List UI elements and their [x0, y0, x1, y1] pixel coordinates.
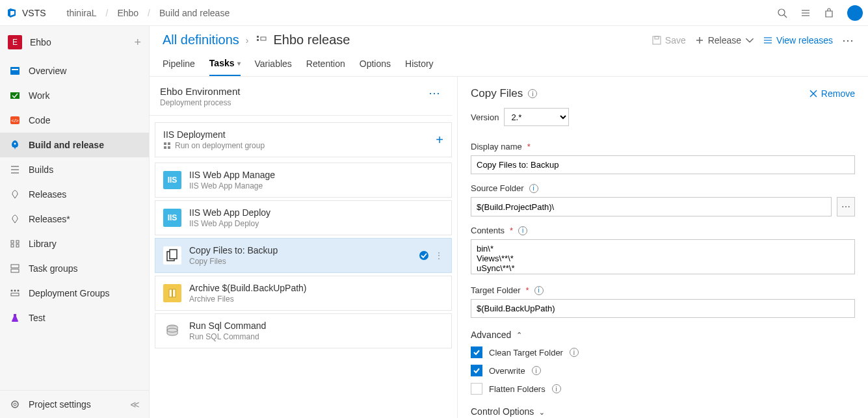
overview-icon	[9, 65, 21, 77]
overwrite-checkbox[interactable]	[471, 365, 482, 376]
svg-rect-30	[653, 36, 661, 44]
list-icon[interactable]	[800, 8, 811, 18]
project-settings[interactable]: Project settings ≪	[0, 391, 149, 418]
library-icon	[9, 238, 21, 250]
task-item[interactable]: Run Sql Command Run SQL Command	[155, 313, 452, 348]
search-icon[interactable]	[777, 8, 787, 18]
svg-rect-27	[257, 36, 259, 38]
sidebar-item-overview[interactable]: Overview	[0, 59, 149, 83]
sidebar-item-work[interactable]: Work	[0, 83, 149, 108]
tab-variables[interactable]: Variables	[255, 58, 292, 76]
svg-rect-29	[261, 37, 266, 40]
sidebar-item-build-release[interactable]: Build and release	[0, 133, 149, 157]
sidebar-item-test[interactable]: Test	[0, 306, 149, 330]
sidebar-item-label: Task groups	[29, 263, 77, 274]
task-item-selected[interactable]: Copy Files to: Backup Copy Files ⋮	[155, 238, 452, 273]
breadcrumb-item[interactable]: Build and release	[159, 8, 230, 18]
contents-textarea[interactable]: bin\* Views\**\* uSync\**\*	[471, 239, 855, 274]
chevron-down-icon: ▾	[237, 60, 241, 67]
browse-button[interactable]: ⋯	[837, 197, 855, 216]
environment-header[interactable]: Ehbo Environment Deployment process ⋯	[150, 77, 452, 116]
vsts-logo-icon	[7, 8, 17, 18]
group-icon	[163, 142, 171, 150]
drag-handle-icon[interactable]: ⋮	[434, 250, 443, 261]
svg-text:</>: </>	[11, 118, 19, 124]
tab-retention[interactable]: Retention	[306, 58, 345, 76]
control-options-section-toggle[interactable]: Control Options ⌃	[471, 406, 855, 417]
version-select[interactable]: 2.*	[504, 108, 569, 126]
add-project-button[interactable]: +	[134, 36, 141, 49]
user-avatar[interactable]	[847, 5, 863, 21]
project-header[interactable]: E Ehbo +	[0, 26, 149, 59]
rocket-small-icon	[9, 213, 21, 225]
svg-rect-37	[164, 142, 166, 145]
svg-point-25	[12, 401, 18, 408]
tab-tasks[interactable]: Tasks▾	[209, 58, 241, 76]
tab-pipeline[interactable]: Pipeline	[163, 58, 195, 76]
svg-rect-8	[10, 92, 20, 99]
environment-title: Ehbo Environment	[160, 86, 240, 97]
svg-point-43	[419, 251, 428, 260]
svg-rect-42	[170, 250, 177, 259]
sidebar-item-deployment-groups[interactable]: Deployment Groups	[0, 281, 149, 306]
breadcrumb-item[interactable]: thiniraL	[67, 8, 97, 18]
info-icon[interactable]: i	[570, 348, 579, 357]
phase-card[interactable]: IIS Deployment Run on deployment group +	[155, 122, 452, 157]
clean-target-checkbox[interactable]	[471, 346, 482, 358]
svg-rect-18	[16, 244, 19, 247]
copy-files-icon	[163, 246, 181, 265]
bag-icon[interactable]	[824, 8, 834, 18]
more-options-button[interactable]: ⋯	[842, 33, 855, 47]
info-icon[interactable]: i	[529, 184, 538, 193]
task-groups-icon	[9, 263, 21, 274]
sidebar-item-label: Code	[29, 115, 50, 125]
sidebar-item-releases[interactable]: Releases	[0, 182, 149, 207]
info-icon[interactable]: i	[534, 286, 544, 295]
environment-more-button[interactable]: ⋯	[428, 86, 441, 100]
all-definitions-link[interactable]: All definitions	[163, 33, 239, 47]
sidebar-item-releases-star[interactable]: Releases*	[0, 207, 149, 231]
target-folder-input[interactable]	[471, 299, 855, 318]
advanced-section-toggle[interactable]: Advanced ⌃	[471, 330, 855, 340]
tab-options[interactable]: Options	[360, 58, 391, 76]
save-button[interactable]: Save	[652, 35, 686, 46]
sidebar-item-builds[interactable]: Builds	[0, 157, 149, 182]
tab-history[interactable]: History	[405, 58, 434, 76]
work-icon	[9, 90, 21, 101]
checkmark-icon	[419, 250, 429, 261]
breadcrumb-item[interactable]: Ehbo	[117, 8, 138, 18]
sidebar-item-label: Test	[29, 313, 46, 323]
release-button[interactable]: Release	[695, 35, 754, 46]
project-badge: E	[8, 35, 22, 49]
svg-rect-31	[655, 36, 659, 39]
source-folder-input[interactable]	[471, 197, 832, 216]
remove-task-button[interactable]: Remove	[809, 88, 855, 99]
task-item[interactable]: IIS IIS Web App Deploy IIS Web App Deplo…	[155, 200, 452, 235]
info-icon[interactable]: i	[552, 384, 561, 393]
svg-rect-17	[11, 244, 14, 247]
svg-rect-6	[10, 67, 20, 75]
rocket-icon	[9, 139, 21, 151]
info-icon[interactable]: i	[518, 226, 527, 235]
phase-subtitle: Run on deployment group	[175, 141, 265, 150]
info-icon[interactable]: i	[532, 366, 541, 375]
sidebar-item-code[interactable]: </> Code	[0, 108, 149, 133]
close-icon	[809, 90, 817, 98]
task-props-title: Copy Files	[471, 87, 523, 100]
info-icon[interactable]: i	[528, 89, 537, 98]
svg-point-23	[18, 290, 20, 292]
svg-rect-24	[11, 293, 19, 296]
flatten-checkbox[interactable]	[471, 383, 482, 395]
svg-line-2	[784, 15, 787, 18]
view-releases-button[interactable]: View releases	[763, 35, 833, 46]
svg-rect-28	[257, 39, 259, 41]
sidebar-item-task-groups[interactable]: Task groups	[0, 256, 149, 281]
task-item[interactable]: IIS IIS Web App Manage IIS Web App Manag…	[155, 163, 452, 198]
plus-icon	[695, 36, 704, 45]
display-name-input[interactable]	[471, 155, 855, 174]
sidebar-item-library[interactable]: Library	[0, 231, 149, 256]
add-task-button[interactable]: +	[436, 133, 443, 148]
task-item[interactable]: Archive $(Build.BackUpPath) Archive File…	[155, 276, 452, 311]
collapse-icon[interactable]: ≪	[130, 399, 140, 410]
version-label: Version	[471, 112, 499, 122]
